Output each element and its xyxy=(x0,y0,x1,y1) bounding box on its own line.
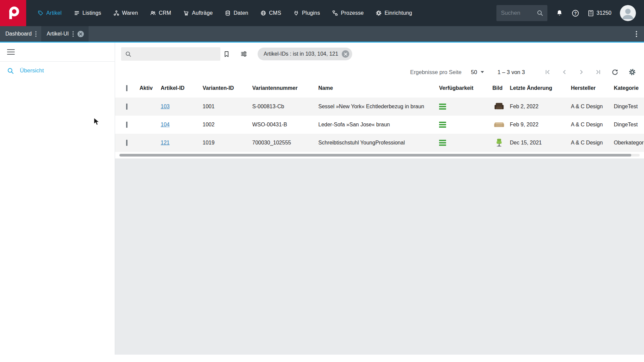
list-icon xyxy=(74,10,80,16)
first-page-icon xyxy=(544,69,551,75)
column-header: Artikel-ID xyxy=(161,85,203,91)
notifications-button[interactable] xyxy=(556,9,563,17)
column-header: Bild xyxy=(492,85,510,91)
bookmark-filter-button[interactable] xyxy=(222,49,231,59)
nav-item-cms[interactable]: CMS xyxy=(260,10,281,16)
nav-item-prozesse[interactable]: Prozesse xyxy=(332,10,364,16)
menu-icon[interactable] xyxy=(7,49,15,55)
nav-item-listings[interactable]: Listings xyxy=(74,10,101,16)
manufacturer: A & C Design xyxy=(571,122,614,128)
nav-item-label: CRM xyxy=(159,10,171,16)
refresh-icon xyxy=(611,69,619,76)
filter-toolbar: Artikel-IDs : ist in 103, 104, 121 xyxy=(115,43,644,65)
prev-page-button[interactable] xyxy=(561,69,568,75)
system-id-value: 31250 xyxy=(597,10,612,16)
table-header-row: Aktiv Artikel-ID Varianten-ID Variantenn… xyxy=(115,79,644,98)
filter-settings-button[interactable] xyxy=(239,49,249,59)
empty-canvas xyxy=(115,159,644,355)
availability-icon xyxy=(439,122,446,128)
search-icon xyxy=(125,51,131,57)
table-settings-button[interactable] xyxy=(629,68,636,76)
product-image[interactable] xyxy=(494,102,505,111)
table-row[interactable]: 104 1002 WSO-00431-B Leder-Sofa »San Jos… xyxy=(115,116,644,134)
category: Oberkategorie xyxy=(614,140,644,146)
tab-artikel-ui[interactable]: Artikel-UI xyxy=(41,26,89,42)
main-menu: Artikel Listings Waren CRM xyxy=(38,10,412,16)
nav-item-label: Daten xyxy=(233,10,248,16)
scrollbar-thumb[interactable] xyxy=(119,154,631,157)
next-page-button[interactable] xyxy=(578,69,585,75)
tab-dashboard[interactable]: Dashboard xyxy=(0,26,41,42)
select-all-checkbox[interactable] xyxy=(126,85,127,91)
nav-item-daten[interactable]: Daten xyxy=(225,10,248,16)
column-header: Name xyxy=(318,85,439,91)
last-page-button[interactable] xyxy=(595,69,601,75)
scrollbar-track[interactable] xyxy=(119,154,640,157)
user-silhouette-icon xyxy=(620,5,636,21)
nav-item-auftraege[interactable]: Aufträge xyxy=(183,10,213,16)
first-page-button[interactable] xyxy=(544,69,551,75)
last-change: Feb 9, 2022 xyxy=(510,122,571,128)
green-office-chair-thumb xyxy=(494,138,504,147)
nav-item-crm[interactable]: CRM xyxy=(150,10,171,16)
global-search-input[interactable] xyxy=(500,9,534,17)
plentymarkets-logo[interactable] xyxy=(0,0,26,26)
variant-id: 1002 xyxy=(203,122,252,128)
table-search[interactable] xyxy=(121,47,220,61)
kebab-menu-icon[interactable] xyxy=(72,31,74,37)
table-row[interactable]: 103 1001 S-000813-Cb Sessel »New York« E… xyxy=(115,98,644,116)
tabbar-overflow-icon[interactable] xyxy=(629,26,644,42)
nav-item-einrichtung[interactable]: Einrichtung xyxy=(376,10,412,16)
database-icon xyxy=(225,10,231,16)
caret-down-icon xyxy=(481,71,484,73)
article-table: Aktiv Artikel-ID Varianten-ID Variantenn… xyxy=(115,79,644,152)
row-checkbox[interactable] xyxy=(126,140,127,146)
avatar[interactable] xyxy=(620,5,636,21)
nav-item-label: Artikel xyxy=(46,10,62,16)
help-button[interactable]: ? xyxy=(572,9,579,17)
product-image[interactable] xyxy=(494,120,505,129)
tab-close-icon[interactable] xyxy=(77,31,84,37)
article-name: Leder-Sofa »San Jose« braun xyxy=(318,122,439,128)
row-checkbox[interactable] xyxy=(126,122,127,128)
sidebar: Übersicht xyxy=(0,43,115,355)
main-panel: Artikel-IDs : ist in 103, 104, 121 Ergeb… xyxy=(115,43,644,355)
column-header: Variantennummer xyxy=(252,85,318,91)
article-id-link[interactable]: 104 xyxy=(161,122,170,127)
users-icon xyxy=(150,10,156,16)
sidebar-item-label: Übersicht xyxy=(20,67,44,74)
refresh-button[interactable] xyxy=(611,69,619,76)
tab-label: Dashboard xyxy=(5,31,32,37)
tab-label: Artikel-UI xyxy=(47,31,69,37)
tag-icon xyxy=(38,10,44,16)
per-page-select[interactable]: 50 xyxy=(471,69,484,75)
article-name: Schreibtischstuhl YoungProfessional xyxy=(318,140,439,146)
column-header: Varianten-ID xyxy=(203,85,252,91)
nav-item-artikel[interactable]: Artikel xyxy=(38,10,62,16)
article-id-link[interactable]: 121 xyxy=(161,140,170,145)
product-image[interactable] xyxy=(494,138,505,147)
filter-chip[interactable]: Artikel-IDs : ist in 103, 104, 121 xyxy=(258,48,352,60)
category: DingeTest xyxy=(614,122,644,128)
table-search-input[interactable] xyxy=(135,51,216,57)
global-search[interactable] xyxy=(496,5,547,21)
nav-item-waren[interactable]: Waren xyxy=(113,10,138,16)
availability-icon xyxy=(439,140,446,146)
row-checkbox[interactable] xyxy=(126,104,127,110)
filter-chip-label: Artikel-IDs : ist in 103, 104, 121 xyxy=(264,51,338,57)
column-header: Letzte Änderung xyxy=(510,85,571,91)
nav-item-label: Waren xyxy=(122,10,138,16)
chip-remove-icon[interactable] xyxy=(342,50,349,58)
sidebar-item-uebersicht[interactable]: Übersicht xyxy=(0,62,115,80)
pagination-bar: Ergebnisse pro Seite 50 1 – 3 von 3 xyxy=(115,65,644,79)
nav-item-label: Plugins xyxy=(302,10,320,16)
kebab-menu-icon[interactable] xyxy=(35,31,37,37)
column-header: Hersteller xyxy=(571,85,614,91)
system-id[interactable]: 31250 xyxy=(588,10,612,17)
bookmark-icon xyxy=(223,51,230,58)
nav-item-label: Aufträge xyxy=(192,10,213,16)
availability-icon xyxy=(439,104,446,110)
table-row[interactable]: 121 1019 700030_102555 Schreibtischstuhl… xyxy=(115,134,644,152)
nav-item-plugins[interactable]: Plugins xyxy=(293,10,320,16)
article-id-link[interactable]: 103 xyxy=(161,104,170,109)
